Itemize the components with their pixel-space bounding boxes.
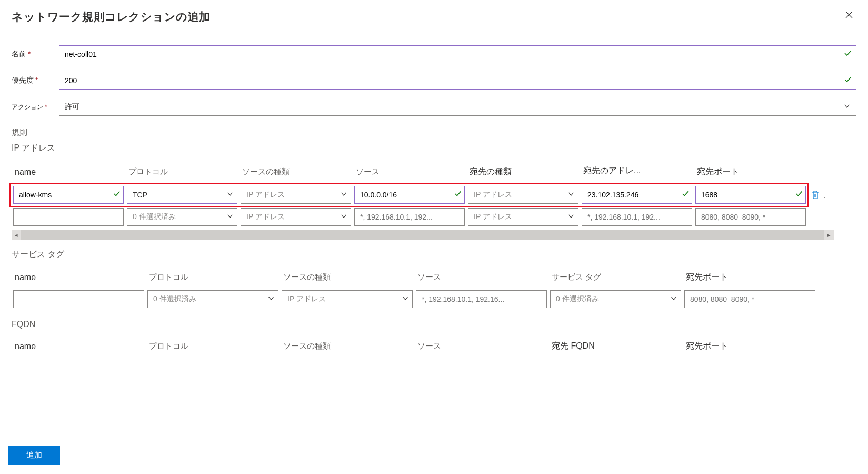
chevron-down-icon: [340, 213, 347, 222]
ip-col-dest-port: 宛先ポート: [694, 162, 807, 184]
ip-row2-dest-type-select[interactable]: IP アドレス: [468, 208, 578, 226]
horizontal-scrollbar[interactable]: ◂ ▸: [12, 230, 834, 240]
ip-row1-dest-type-select[interactable]: IP アドレス: [468, 186, 578, 204]
ip-row2-name-input[interactable]: [13, 208, 124, 226]
add-button[interactable]: 追加: [8, 446, 60, 465]
ip-col-name: name: [12, 162, 125, 184]
svctag-col-source-type: ソースの種類: [280, 269, 414, 288]
chevron-down-icon: [843, 103, 851, 112]
chevron-down-icon: [567, 191, 575, 200]
scroll-left-icon[interactable]: ◂: [12, 230, 21, 240]
svctag-dest-port-input[interactable]: [684, 290, 815, 308]
rules-section-label: 規則: [12, 127, 856, 137]
delete-icon[interactable]: [809, 189, 822, 201]
fqdn-col-source-type: ソースの種類: [280, 338, 414, 357]
ip-row1-name-input[interactable]: [13, 186, 124, 204]
priority-label: 優先度*: [12, 76, 59, 85]
scroll-right-icon[interactable]: ▸: [824, 230, 834, 240]
action-label: アクション*: [12, 103, 59, 112]
svctag-source-type-select[interactable]: IP アドレス: [282, 290, 413, 308]
svctag-col-name: name: [12, 269, 146, 288]
ip-row2-protocol-select[interactable]: 0 件選択済み: [127, 208, 237, 226]
ip-col-dest-type: 宛先の種類: [466, 162, 580, 184]
panel-title: ネットワーク規則コレクションの追加: [12, 9, 211, 24]
ip-rule-row: 0 件選択済み IP アドレス IP アドレス: [12, 206, 834, 228]
fqdn-col-protocol: プロトコル: [146, 338, 280, 357]
svctag-section-heading: サービス タグ: [12, 249, 856, 260]
ip-col-source-type: ソースの種類: [239, 162, 353, 184]
fqdn-section-heading: FQDN: [12, 320, 856, 329]
name-label: 名前*: [12, 50, 59, 59]
chevron-down-icon: [226, 191, 234, 200]
ip-row2-dest-port-input[interactable]: [695, 208, 806, 226]
fqdn-col-source: ソース: [414, 338, 548, 357]
ip-row1-source-input[interactable]: [354, 186, 465, 204]
ip-col-protocol: プロトコル: [125, 162, 239, 184]
ip-row2-dest-addr-input[interactable]: [582, 208, 692, 226]
svctag-col-dest-port: 宛先ポート: [683, 269, 817, 288]
ip-row1-protocol-select[interactable]: TCP: [127, 186, 237, 204]
priority-input[interactable]: [59, 72, 856, 90]
chevron-down-icon: [402, 295, 409, 304]
close-icon[interactable]: [842, 9, 856, 22]
svctag-name-input[interactable]: [13, 290, 144, 308]
svctag-col-source: ソース: [414, 269, 548, 288]
scroll-track[interactable]: [21, 230, 824, 240]
action-select[interactable]: 許可: [59, 98, 856, 116]
ip-row1-source-type-select[interactable]: IP アドレス: [241, 186, 351, 204]
svctag-rule-row: 0 件選択済み IP アドレス 0 件選択済み: [12, 288, 817, 310]
more-icon[interactable]: ·: [822, 193, 826, 201]
chevron-down-icon: [567, 213, 575, 222]
chevron-down-icon: [267, 295, 275, 304]
ip-section-heading: IP アドレス: [12, 143, 856, 154]
fqdn-col-dest-port: 宛先ポート: [683, 338, 817, 357]
fqdn-col-dest-fqdn: 宛先 FQDN: [548, 338, 683, 357]
ip-col-dest-addr: 宛先のアドレ...: [580, 162, 694, 184]
chevron-down-icon: [340, 191, 347, 200]
ip-rule-row: TCP IP アドレス IP アドレス ·: [12, 184, 834, 206]
ip-row1-dest-port-input[interactable]: [695, 186, 806, 204]
chevron-down-icon: [226, 213, 234, 222]
fqdn-col-name: name: [12, 338, 146, 357]
svctag-col-service-tag: サービス タグ: [548, 269, 683, 288]
name-input[interactable]: [59, 45, 856, 63]
ip-row2-source-type-select[interactable]: IP アドレス: [241, 208, 351, 226]
ip-row1-dest-addr-input[interactable]: [582, 186, 692, 204]
svctag-protocol-select[interactable]: 0 件選択済み: [147, 290, 278, 308]
ip-col-source: ソース: [353, 162, 466, 184]
svctag-col-protocol: プロトコル: [146, 269, 280, 288]
ip-row2-source-input[interactable]: [354, 208, 465, 226]
chevron-down-icon: [670, 295, 677, 304]
svctag-service-tag-select[interactable]: 0 件選択済み: [550, 290, 681, 308]
svctag-source-input[interactable]: [416, 290, 547, 308]
